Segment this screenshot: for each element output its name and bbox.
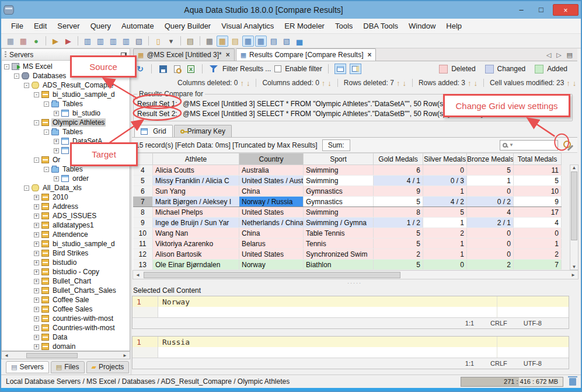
tree-item-tables[interactable]: -Tables	[2, 99, 130, 108]
disconnect-icon[interactable]: ▶	[62, 36, 74, 47]
grid-cell[interactable]: 1	[423, 186, 467, 197]
er-diagram-icon[interactable]: ▧	[281, 36, 292, 47]
previous-diff-icon[interactable]: ↑	[322, 79, 326, 88]
grid-cell[interactable]: 4 / 1	[374, 176, 423, 186]
sidebar-tab-servers[interactable]: ▤Servers	[6, 361, 49, 373]
column-header-silver-medals[interactable]: Silver Medals	[423, 153, 467, 165]
unregister-server-icon[interactable]: ▦	[18, 36, 29, 47]
row-number[interactable]: 10	[133, 228, 153, 239]
grid-cell[interactable]: Swimming	[304, 207, 374, 218]
grid-cell[interactable]: United States / Aust	[239, 176, 304, 186]
grid-cell[interactable]: 0 / 3	[423, 176, 467, 186]
sidebar-tab-projects[interactable]: ▰Projects	[86, 361, 130, 373]
expand-icon[interactable]: +	[34, 270, 39, 275]
grid-cell[interactable]: 5	[374, 260, 423, 270]
row-number[interactable]: 6	[133, 186, 153, 197]
expand-icon[interactable]: +	[34, 251, 39, 256]
column-header-bronze-medals[interactable]: Bronze Medals	[467, 153, 514, 165]
filter-icon[interactable]	[208, 64, 219, 74]
collapse-icon[interactable]: -	[4, 64, 9, 69]
menu-query[interactable]: Query	[85, 20, 116, 32]
cell-content-editor-source[interactable]: 1 Norway 1:1 CRLF UTF-8	[132, 296, 569, 329]
servers-panel-header[interactable]: Servers	[1, 48, 130, 61]
expand-icon[interactable]: +	[34, 232, 39, 237]
maximize-button[interactable]: □	[533, 4, 549, 16]
grid-cell[interactable]: 1	[467, 176, 514, 186]
query-builder-icon[interactable]: ▥	[120, 36, 132, 47]
scroll-right-icon[interactable]: ►	[570, 272, 577, 278]
expand-icon[interactable]: +	[34, 260, 39, 265]
tree-item-countries-with-most[interactable]: +Countries-with-most	[2, 323, 130, 332]
grid-cell[interactable]: 0	[467, 186, 514, 197]
save-icon[interactable]	[158, 64, 168, 74]
menu-file[interactable]: File	[6, 20, 29, 32]
expand-icon[interactable]: +	[34, 288, 39, 293]
expand-icon[interactable]: +	[34, 316, 39, 321]
expand-icon[interactable]: +	[34, 307, 39, 312]
grid-cell[interactable]: Swimming	[304, 176, 374, 186]
scrollbar-thumb[interactable]	[571, 172, 577, 240]
scroll-left-icon[interactable]: ◄	[134, 272, 141, 278]
grid-cell[interactable]: 5	[467, 165, 514, 176]
tree-item-ms-excel[interactable]: -MS Excel	[2, 62, 130, 71]
grid-cell[interactable]: 9	[374, 186, 423, 197]
column-header-rownum[interactable]	[133, 153, 153, 165]
tree-item-coffee-sale[interactable]: +Coffee Sale	[2, 295, 130, 304]
grid-cell[interactable]: 5	[374, 239, 423, 249]
grid-cell[interactable]: 6	[374, 165, 423, 176]
minimize-button[interactable]: –	[513, 4, 529, 16]
cell-content-editor-target[interactable]: 1 Russia 1:1 CRLF UTF-8	[132, 336, 569, 369]
grid-cell[interactable]: 17	[514, 207, 562, 218]
expand-icon[interactable]: +	[34, 326, 39, 331]
scroll-up-icon[interactable]: ▲	[572, 165, 577, 170]
grid-cell[interactable]: Viktoriya Azarenko	[153, 239, 239, 249]
grid-cell[interactable]: 7	[514, 260, 562, 270]
collapse-icon[interactable]: -	[24, 83, 29, 88]
grid-cell[interactable]: Australia	[239, 165, 304, 176]
column-header-gold-medals[interactable]: Gold Medals	[374, 153, 423, 165]
tab-list-icon[interactable]: ▤	[567, 51, 573, 59]
tab-grid[interactable]: Grid	[134, 125, 173, 137]
tree-item-item[interactable]: +	[2, 146, 130, 155]
grid-cell[interactable]: United States	[239, 249, 304, 260]
editor-empty-line[interactable]	[133, 307, 569, 317]
tab-scroll-right-icon[interactable]: ▷	[556, 51, 561, 59]
scrollbar-thumb[interactable]	[26, 353, 78, 358]
column-header-athlete[interactable]: Athlete	[153, 153, 239, 165]
collapse-icon[interactable]: -	[44, 102, 49, 107]
grid-search-input[interactable]: ▼	[500, 140, 558, 150]
grid-cell[interactable]: Wang Nan	[153, 228, 239, 239]
menu-tools[interactable]: Tools	[330, 20, 358, 32]
tree-horizontal-scrollbar[interactable]: ◄ ►	[1, 351, 130, 359]
column-header-sport[interactable]: Sport	[304, 153, 374, 165]
expand-icon[interactable]: +	[54, 148, 59, 153]
scroll-right-icon[interactable]: ►	[121, 353, 128, 358]
expand-icon[interactable]: +	[34, 279, 39, 284]
table-data-icon[interactable]: ▦	[242, 36, 254, 47]
grid-cell[interactable]: Gymnastics	[304, 197, 374, 207]
horizontal-layout-icon[interactable]	[334, 64, 346, 74]
script-icon[interactable]: ▤	[184, 36, 196, 47]
grid-cell[interactable]: 0	[467, 228, 514, 239]
expand-icon[interactable]: +	[34, 242, 39, 247]
menu-visual-analytics[interactable]: Visual Analytics	[216, 20, 279, 32]
expand-icon[interactable]: +	[54, 111, 59, 116]
tree-item-order[interactable]: +order	[2, 174, 130, 183]
editor-current-line[interactable]: 1 Norway	[133, 296, 569, 307]
next-diff-icon[interactable]: ↓	[573, 79, 577, 88]
grid-cell[interactable]: Missy Franklin / Alicia C	[153, 176, 239, 186]
tree-item-tables[interactable]: -Tables	[2, 164, 130, 174]
tree-item-all-data-xls[interactable]: -All_Data_xls	[2, 183, 130, 192]
expand-icon[interactable]: +	[34, 298, 39, 303]
query-analyzer-icon[interactable]: ▥	[82, 36, 93, 47]
tree-item-attendence[interactable]: +Attendence	[2, 230, 130, 239]
connect-icon[interactable]: ▶	[50, 36, 61, 47]
tree-item-2010[interactable]: +2010	[2, 192, 130, 202]
collapse-icon[interactable]: -	[24, 186, 29, 191]
grid-cell[interactable]: 2	[514, 249, 562, 260]
splitter-handle[interactable]: ·····	[132, 279, 577, 286]
collapse-icon[interactable]: -	[14, 74, 19, 79]
chart-icon[interactable]: ▅	[294, 36, 305, 47]
grid-cell[interactable]: 11	[514, 165, 562, 176]
register-server-icon[interactable]: ▦	[5, 36, 16, 47]
